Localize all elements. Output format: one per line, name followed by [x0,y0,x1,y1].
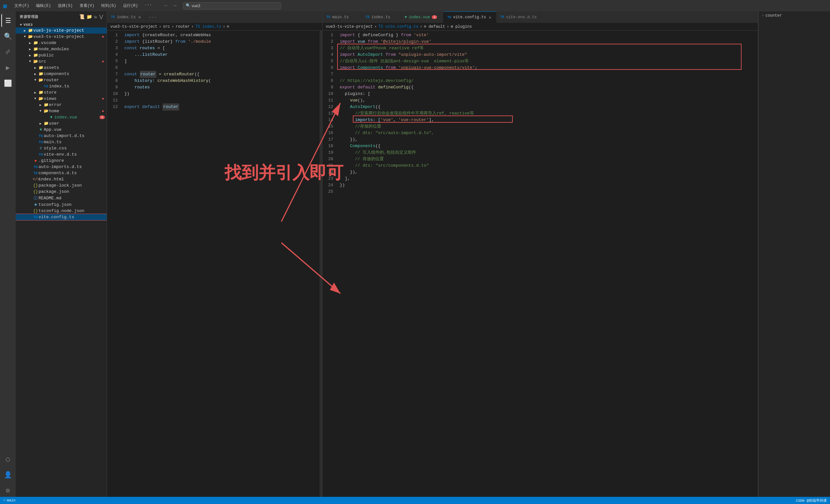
debug-icon[interactable]: ▶ [1,61,14,74]
sidebar-item-public[interactable]: ▶ 📁 public [16,52,107,58]
menu-file[interactable]: 文件(F) [12,2,32,9]
chevron-icon: ▶ [33,72,38,76]
sidebar-item-router-index[interactable]: TS index.ts [16,83,107,89]
tree-label: auto-import.d.ts [44,133,107,138]
tree-label: router [44,78,107,82]
right-editor-content[interactable]: 12345 678910 1112131415 1617181920 21222… [322,31,758,497]
git-branch-icon: ⑂ [3,499,5,502]
tab-vite-env[interactable]: TS vite-env.d.ts [497,11,541,23]
tree-arrow: ▼ [18,23,24,27]
nav-forward-button[interactable]: → [171,2,179,9]
sidebar-item-views[interactable]: ▼ 📂 views ● [16,96,107,102]
tree-root[interactable]: ▼ VUE3 [16,22,107,27]
tab-label: index.vue [409,15,430,20]
sidebar-item-assets[interactable]: ▶ 📁 assets [16,65,107,71]
nav-back-button[interactable]: ← [163,2,170,9]
sidebar-item-home-index[interactable]: ▼ index.vue 1 [16,114,107,121]
explorer-icon[interactable]: ☰ [1,14,14,27]
sidebar-item-autoimport[interactable]: TS auto-import.d.ts [16,133,107,139]
menu-select[interactable]: 选择(S) [55,2,75,9]
left-editor-content[interactable]: 12345 678910 1112 import {createRouter, … [107,31,322,497]
sidebar-item-viteenv[interactable]: TS vite-env.d.ts [16,152,107,158]
code-line-r4: import AutoImport from "unplugin-auto-im… [340,52,755,58]
folder-icon: 📁 [43,121,49,126]
refresh-icon[interactable]: ↻ [94,14,97,20]
extensions-icon[interactable]: ⬜ [1,77,14,90]
menu-goto[interactable]: 转到(G) [99,2,119,9]
sidebar-item-tsconfig[interactable]: ■ tsconfig.json [16,202,107,208]
status-branch: ⑂ main [3,499,15,502]
left-editor-pane: TS index.ts ✕ ··· vue3-ts-vite-project ›… [107,11,322,497]
chevron-icon: ▶ [38,103,43,107]
new-folder-icon[interactable]: 📁 [87,14,92,20]
sidebar-item-error[interactable]: ▶ 📁 error [16,102,107,108]
tab-vite-config[interactable]: TS vite.config.ts ✕ [443,11,496,23]
left-scrollbar[interactable] [320,31,322,497]
tab-overflow-button[interactable]: ··· [146,11,160,23]
chevron-icon: ▼ [33,97,38,100]
vue-file-icon: ▼ [38,128,44,132]
new-file-icon[interactable]: 📜 [79,14,85,20]
search-input[interactable] [183,2,281,9]
settings-icon[interactable]: ⚙ [1,484,14,497]
tab-index-ts[interactable]: TS index.ts ✕ [107,11,146,23]
sidebar-item-autoimports[interactable]: TS auto-imports.d.ts [16,164,107,170]
tree-label: node_modules [38,47,107,52]
tree-label: vue3-js-vite-project [33,28,107,33]
tree-label: index.ts [49,84,107,89]
remote-icon[interactable]: ◯ [1,452,14,466]
sidebar-item-indexhtml[interactable]: </> index.html [16,176,107,182]
menu-edit[interactable]: 编辑(E) [33,2,54,9]
tree-label: store [44,90,107,95]
right-panel-arrow[interactable]: › [762,13,764,18]
sidebar-item-readme[interactable]: ⓘ README.md [16,195,107,202]
chevron-icon: ▼ [38,109,43,113]
sidebar-item-user[interactable]: ▶ 📁 user [16,121,107,127]
sidebar-item-vue3ts[interactable]: ▼ 📂 vue3-ts-vite-project ● [16,34,107,40]
sidebar-item-maints[interactable]: TS main.ts [16,139,107,145]
ts-file-icon: TS [38,153,44,157]
code-line-10: }) [124,91,320,97]
ts-tab-icon: TS [500,15,504,19]
git-icon[interactable]: ☍ [1,45,14,58]
sidebar-item-vscode[interactable]: ▶ 📁 .vscode [16,40,107,46]
tab-close-button[interactable]: ✕ [138,14,142,21]
sidebar-item-vue3js[interactable]: ▶ 📁 vue3-js-vite-project [16,27,107,34]
vue-file-icon: ▼ [48,115,54,120]
sidebar-item-store[interactable]: ▶ 📁 store [16,89,107,96]
tree-label: components [44,71,107,76]
sidebar-item-components[interactable]: ▶ 📁 components [16,71,107,77]
sidebar: 资源管理器 📜 📁 ↻ ⋁ ▼ VUE3 ▶ 📁 vue3-js-vite-pr… [16,11,107,497]
collapse-icon[interactable]: ⋁ [99,14,103,20]
sidebar-item-pkgjson[interactable]: {} package.json [16,189,107,195]
tab-main-ts[interactable]: TS main.ts [322,11,362,23]
sidebar-item-viteconfig[interactable]: TS vite.config.ts [16,214,107,220]
code-line-r24: }) [340,182,755,189]
menu-view[interactable]: 查看(V) [77,2,97,9]
sidebar-item-gitignore[interactable]: ◆ .gitignore [16,158,107,164]
sidebar-item-router[interactable]: ▼ 📂 router [16,77,107,83]
tab-index-ts-2[interactable]: TS index.ts [362,11,401,23]
code-line-r12: AutoImport({ [340,104,755,110]
search-activity-icon[interactable]: 🔍 [1,30,14,43]
nav-buttons: ← → [163,2,178,9]
menu-more[interactable]: ··· [142,2,155,9]
sidebar-item-stylecss[interactable]: # style.css [16,145,107,152]
sidebar-title: 资源管理器 [20,14,38,19]
code-line-8: history: createWebHashHistory( [124,78,320,84]
sidebar-item-appvue[interactable]: ▼ App.vue [16,127,107,133]
code-line-r7 [340,71,755,78]
code-line-r11: vue(), [340,97,755,104]
tree-label: vite-env.d.ts [44,152,107,157]
tab-close-button[interactable]: ✕ [488,14,492,21]
menu-run[interactable]: 运行(R) [121,2,141,9]
tab-index-vue[interactable]: ▼ index.vue 1 [401,11,443,23]
sidebar-item-home[interactable]: ▼ 📂 home ● [16,108,107,114]
sidebar-item-pkglock[interactable]: {} package-lock.json [16,182,107,189]
sidebar-item-componentsdts[interactable]: TS components.d.ts [16,170,107,176]
left-editor-wrapper: 12345 678910 1112 import {createRouter, … [107,31,322,497]
sidebar-item-src[interactable]: ▼ 📂 src ● [16,58,107,65]
sidebar-item-nodemodules[interactable]: ▶ 📁 node_modules [16,46,107,52]
account-icon[interactable]: 👤 [1,468,14,481]
sidebar-item-tsconfignode[interactable]: {} tsconfig.node.json [16,208,107,214]
